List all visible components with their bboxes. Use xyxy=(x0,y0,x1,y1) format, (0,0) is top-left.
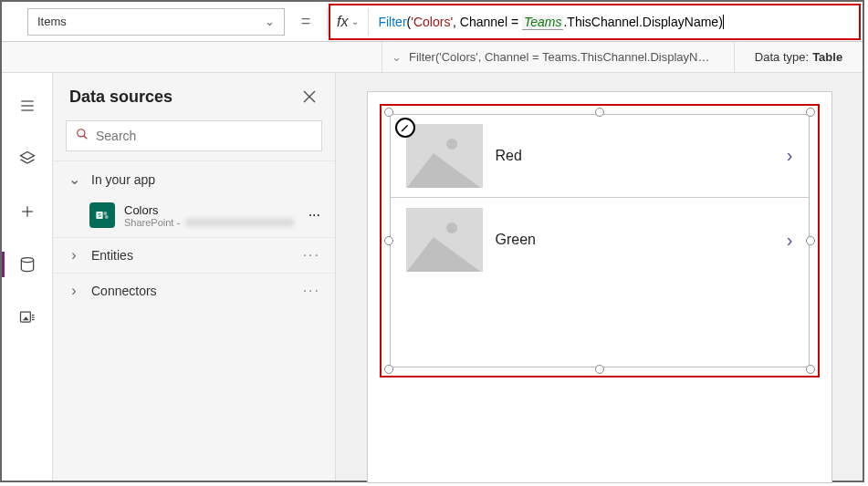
image-placeholder-icon xyxy=(406,208,483,272)
data-sources-panel: Data sources ⌄ In your app S xyxy=(53,73,336,481)
blurred-text xyxy=(185,218,295,227)
rail-insert-icon[interactable] xyxy=(2,197,53,226)
formula-function: Filter xyxy=(378,15,406,29)
close-icon[interactable] xyxy=(298,86,320,108)
resize-handle[interactable] xyxy=(806,236,815,245)
search-box[interactable] xyxy=(66,120,322,151)
gallery-selection[interactable]: Red › Green › xyxy=(384,109,815,373)
formula-result-text: Filter('Colors', Channel = Teams.ThisCha… xyxy=(409,50,710,64)
chevron-down-icon: ⌄ xyxy=(392,50,402,64)
formula-input[interactable]: Filter('Colors', Channel = Teams.ThisCha… xyxy=(369,15,723,29)
svg-point-6 xyxy=(21,258,33,263)
sharepoint-icon: S xyxy=(89,202,115,228)
section-entities[interactable]: › Entities ··· xyxy=(53,237,335,273)
svg-rect-7 xyxy=(20,312,30,322)
more-icon[interactable]: ··· xyxy=(309,207,320,223)
canvas[interactable]: Red › Green › xyxy=(336,73,863,481)
search-icon xyxy=(76,128,89,144)
fx-button[interactable]: fx ⌄ xyxy=(327,8,369,36)
resize-handle[interactable] xyxy=(384,365,393,374)
gallery-item-title: Red xyxy=(496,148,774,164)
datasource-name: Colors xyxy=(124,203,299,217)
resize-handle[interactable] xyxy=(806,108,815,117)
property-dropdown-label: Items xyxy=(37,15,67,28)
data-type-cell: Data type: Table xyxy=(735,42,863,72)
svg-line-11 xyxy=(84,136,88,140)
section-connectors[interactable]: › Connectors ··· xyxy=(53,273,335,308)
gallery-item[interactable]: Green › xyxy=(390,198,810,282)
gallery: Red › Green › xyxy=(390,114,810,367)
more-icon[interactable]: ··· xyxy=(303,283,320,299)
resize-handle[interactable] xyxy=(384,236,393,245)
gallery-item-title: Green xyxy=(496,232,774,248)
chevron-down-icon: ⌄ xyxy=(68,171,80,188)
image-placeholder-icon xyxy=(406,124,483,188)
resize-handle[interactable] xyxy=(384,108,393,117)
search-input[interactable] xyxy=(96,129,312,143)
svg-marker-3 xyxy=(20,152,34,160)
rail-tree-view-icon[interactable] xyxy=(2,91,53,120)
gallery-item[interactable]: Red › xyxy=(390,114,810,198)
svg-point-15 xyxy=(105,215,109,219)
svg-point-10 xyxy=(78,129,85,137)
datasource-item[interactable]: S Colors SharePoint - ··· xyxy=(53,197,335,237)
rail-layers-icon[interactable] xyxy=(2,144,53,173)
formula-teams-token: Teams xyxy=(522,15,564,30)
resize-handle[interactable] xyxy=(806,365,815,374)
chevron-right-icon[interactable]: › xyxy=(787,230,793,251)
formula-result-cell[interactable]: ⌄ Filter('Colors', Channel = Teams.ThisC… xyxy=(382,42,735,72)
svg-text:S: S xyxy=(98,212,101,218)
chevron-right-icon: › xyxy=(68,247,80,264)
left-rail xyxy=(2,73,53,481)
section-in-your-app[interactable]: ⌄ In your app xyxy=(53,160,335,197)
resize-handle[interactable] xyxy=(595,108,604,117)
resize-handle[interactable] xyxy=(595,365,604,374)
fx-label: fx xyxy=(337,14,348,30)
rail-media-icon[interactable] xyxy=(2,303,53,332)
canvas-screen[interactable]: Red › Green › xyxy=(367,91,832,483)
edit-icon[interactable] xyxy=(395,118,415,138)
more-icon[interactable]: ··· xyxy=(303,247,320,264)
equals-sign: = xyxy=(285,12,327,31)
rail-data-icon[interactable] xyxy=(2,250,53,279)
formula-result-bar: ⌄ Filter('Colors', Channel = Teams.ThisC… xyxy=(2,42,863,73)
svg-point-14 xyxy=(103,212,107,215)
formula-string: 'Colors' xyxy=(411,15,453,29)
datasource-subtitle: SharePoint - xyxy=(124,217,299,228)
chevron-down-icon: ⌄ xyxy=(265,15,275,28)
chevron-down-icon: ⌄ xyxy=(351,16,359,26)
formula-editor-zone: fx ⌄ Filter('Colors', Channel = Teams.Th… xyxy=(327,2,863,42)
chevron-right-icon: › xyxy=(68,283,80,299)
formula-bar: Items ⌄ = fx ⌄ Filter('Colors', Channel … xyxy=(2,2,863,42)
chevron-right-icon[interactable]: › xyxy=(787,145,793,166)
panel-title: Data sources xyxy=(69,88,173,107)
property-dropdown[interactable]: Items ⌄ xyxy=(27,8,285,36)
